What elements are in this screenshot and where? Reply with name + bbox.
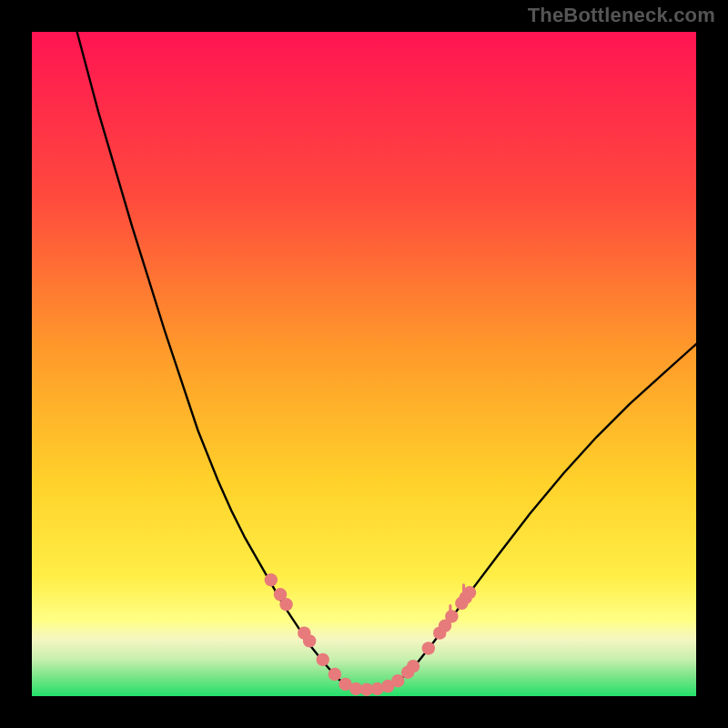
watermark-text: TheBottleneck.com: [528, 4, 715, 27]
data-point: [303, 634, 316, 647]
gradient-background: [32, 32, 696, 696]
stage: TheBottleneck.com: [0, 0, 728, 728]
data-point: [279, 598, 292, 611]
chart-svg: [32, 32, 696, 696]
data-point: [317, 653, 329, 666]
data-point: [265, 573, 278, 586]
data-point: [391, 674, 404, 687]
data-point: [422, 642, 435, 654]
plot-area: [32, 32, 696, 696]
data-point: [445, 610, 458, 622]
data-point: [407, 660, 420, 672]
data-point: [463, 586, 476, 599]
data-point: [329, 668, 341, 681]
